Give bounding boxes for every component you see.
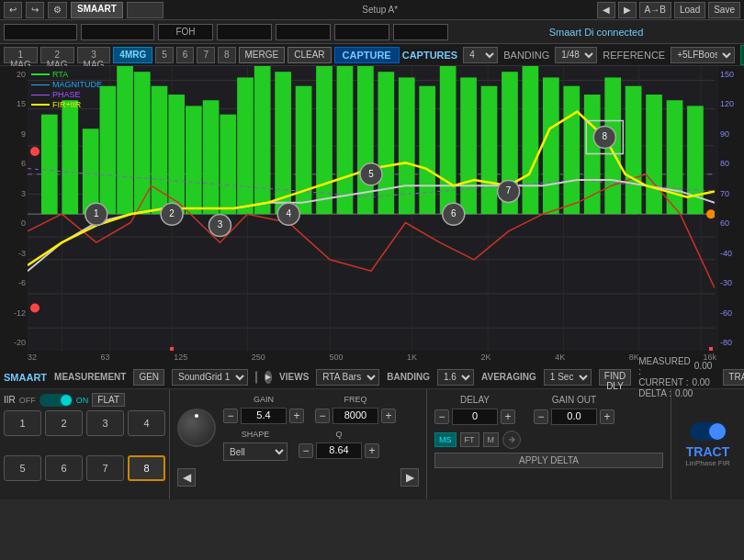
m-button[interactable]: M (483, 432, 500, 447)
delay-plus-btn[interactable]: + (501, 409, 515, 424)
gain-minus-btn[interactable]: − (223, 409, 238, 423)
soundgrid-select[interactable]: SoundGrid 1 (172, 369, 248, 386)
captures-select[interactable]: 4816 (463, 47, 498, 63)
off-label: OFF (19, 396, 36, 405)
tract-sub-label: LinPhase FIR (685, 459, 729, 467)
gain-out-minus-btn[interactable]: − (534, 409, 548, 424)
gain-out-label: GAIN OUT (534, 395, 614, 405)
shape-label: SHAPE (223, 430, 287, 439)
nav-back-button[interactable]: ◀ (597, 2, 615, 18)
gain-plus-btn[interactable]: + (289, 409, 304, 423)
tract-section: TRACT LinPhase FIR (671, 389, 744, 499)
views-label: VIEWS (279, 372, 309, 382)
eq-right-panel: DELAY − 0 + GAIN OUT − 0.0 + MS FT M (427, 389, 671, 499)
apply-delta-button[interactable]: APPLY DELTA (434, 453, 663, 468)
iir-toggle[interactable] (39, 394, 73, 407)
shape-select[interactable]: Bell Low Shelf High Shelf Low Pass High … (223, 442, 287, 461)
reference-select[interactable]: +5LFBoost (671, 47, 735, 63)
eq-next-btn[interactable]: ▶ (400, 468, 419, 487)
tab-2mag[interactable]: 2 MAG (40, 47, 74, 63)
eq-btn-5[interactable]: 5 (4, 455, 41, 481)
tab-mrg[interactable]: 4MRG (113, 47, 152, 63)
toggle-knob (61, 395, 72, 406)
eq-btn-8[interactable]: 8 (128, 455, 165, 481)
tab-6[interactable]: 6 (176, 47, 195, 63)
link-btn[interactable] (502, 431, 521, 449)
gain-out-plus-btn[interactable]: + (600, 409, 614, 424)
tract-toggle[interactable] (690, 422, 727, 441)
q-minus-btn[interactable]: − (299, 443, 313, 458)
averaging-select[interactable]: 1 Sec (544, 369, 592, 386)
merge-button[interactable]: MERGE (239, 47, 286, 63)
iir-toggle-row: IIR OFF ON FLAT (4, 393, 165, 407)
connection-status: Smaart Di connected (452, 27, 740, 38)
eq-btn-7[interactable]: 7 (86, 455, 124, 481)
eq-power-knob[interactable] (177, 409, 216, 447)
tab-3mag[interactable]: 3 MAG (77, 47, 111, 63)
q-group: Q − 8.64 + (299, 430, 379, 461)
flat-button[interactable]: FLAT (92, 393, 125, 407)
play-stop-btn[interactable] (255, 371, 257, 384)
tab-1mag[interactable]: 1 MAG (4, 47, 38, 63)
on-label: ON (76, 396, 89, 405)
freq-plus-btn[interactable]: + (381, 409, 396, 423)
views-select[interactable]: RTA Bars (316, 369, 379, 386)
ab-button[interactable]: A→B (639, 2, 671, 18)
nav-fwd-button[interactable]: ▶ (618, 2, 637, 18)
q-label: Q (299, 430, 379, 439)
foh-input[interactable]: FOH (158, 24, 213, 40)
second-bar: FOH Smaart Di connected (0, 20, 744, 44)
banding-ctrl-select[interactable]: 1.6 (437, 369, 474, 386)
q-plus-btn[interactable]: + (365, 443, 379, 458)
chart-canvas-area[interactable]: RTA MAGNITUDE PHASE FIR+IIR (28, 66, 718, 351)
settings-button[interactable]: ⚙ (48, 2, 67, 18)
delay-value: 0 (452, 409, 498, 425)
eq-btn-1[interactable]: 1 (4, 410, 41, 436)
eq-btn-6[interactable]: 6 (45, 455, 83, 481)
main-chart-area: 20159630-3-6-12-20 RTA MAGNITUDE PHASE F… (0, 66, 744, 351)
delay-group: DELAY − 0 + (434, 395, 515, 425)
smaart-label: SMAART (4, 372, 47, 383)
tract-label: TRACT (686, 444, 729, 459)
redo-button[interactable]: ↪ (26, 2, 44, 18)
eq-btn-3[interactable]: 3 (86, 410, 124, 436)
clear-button[interactable]: CLEAR (287, 47, 331, 63)
gain-out-value: 0.0 (551, 409, 597, 425)
banding-ctrl-label: BANDING (387, 372, 430, 382)
delay-label: DELAY (434, 395, 515, 405)
reference-header: REFERENCE (603, 50, 665, 61)
banding-select[interactable]: 1/481/241/12 (555, 47, 597, 63)
record-btn[interactable]: ▶ (265, 371, 272, 384)
freq-value: 8000 (333, 408, 378, 424)
y-axis-left: 20159630-3-6-12-20 (0, 66, 28, 351)
averaging-label: AVERAGING (481, 372, 536, 382)
iir-label: IIR (4, 395, 16, 405)
save-button[interactable]: Save (708, 2, 740, 18)
load-button[interactable]: Load (674, 2, 705, 18)
eq-section: IIR OFF ON FLAT 1 2 3 4 5 6 7 8 (0, 389, 744, 499)
fir-badge: FIR (740, 45, 744, 65)
smaart-bar: SMAART MEASUREMENT GEN SoundGrid 1 ▶ VIE… (0, 365, 744, 389)
ft-button[interactable]: FT (460, 432, 479, 447)
knob-dot (195, 414, 198, 418)
find-dly-button[interactable]: FIND DLY (599, 369, 631, 386)
delay-minus-btn[interactable]: − (434, 409, 449, 424)
eq-btn-2[interactable]: 2 (45, 410, 83, 436)
eq-left-panel: IIR OFF ON FLAT 1 2 3 4 5 6 7 8 (0, 389, 170, 499)
gain-label: GAIN (223, 395, 304, 404)
eq-prev-btn[interactable]: ◀ (177, 468, 196, 487)
undo-button[interactable]: ↩ (4, 2, 22, 18)
eq-btn-4[interactable]: 4 (128, 410, 165, 436)
gen-button[interactable]: GEN (133, 369, 164, 386)
track-button[interactable]: TRACK (723, 369, 744, 386)
capture-button[interactable]: CAPTURE (334, 47, 400, 63)
tab-7[interactable]: 7 (197, 47, 215, 63)
tab-5[interactable]: 5 (155, 47, 174, 63)
setup-label: Setup A* (167, 5, 593, 15)
gain-group: GAIN − 5.4 + (223, 395, 304, 424)
eq-middle-panel: GAIN − 5.4 + FREQ − 8000 + (170, 389, 427, 499)
freq-minus-btn[interactable]: − (315, 409, 330, 423)
tab-8[interactable]: 8 (218, 47, 236, 63)
shape-group: SHAPE Bell Low Shelf High Shelf Low Pass… (223, 430, 287, 461)
ms-button[interactable]: MS (434, 432, 457, 447)
